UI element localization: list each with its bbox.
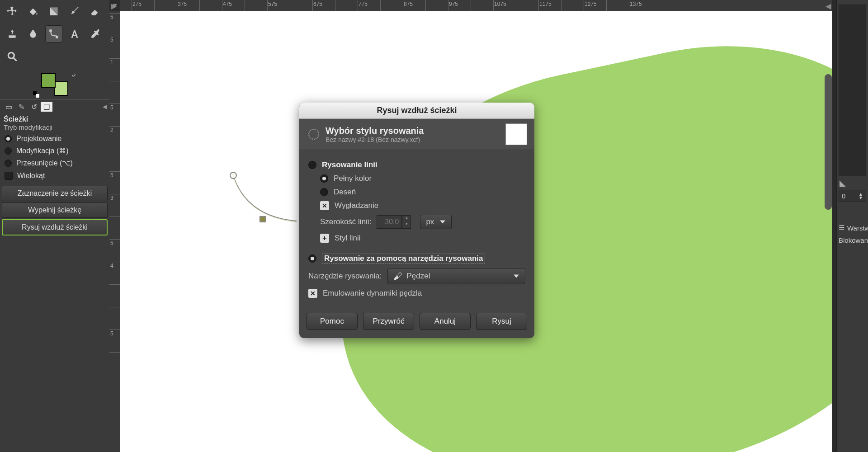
foreground-color[interactable] [41,73,56,88]
line-style-expander[interactable]: + Styl linii [320,231,525,245]
option-dynamics[interactable]: Emulowanie dynamiki pędzla [308,287,525,300]
radio-icon [308,254,316,263]
line-width-spinner[interactable]: ▲▼ [377,215,411,229]
locking-label: Blokowanie [837,234,868,247]
option-paint-tool[interactable]: Rysowanie za pomocą narzędzia rysowania [308,251,525,266]
options-title: Ścieżki [4,115,106,123]
dialog-titlebar[interactable]: Rysuj wzdłuż ścieżki [299,103,534,119]
background-color[interactable] [54,81,68,96]
svg-rect-0 [49,29,52,32]
stroke-path-dialog: Rysuj wzdłuż ścieżki Wybór stylu rysowan… [299,103,534,338]
stepper-icon[interactable]: ▲▼ [859,193,863,200]
reset-button[interactable]: Przywróć [363,313,414,330]
bucket-tool-icon[interactable] [24,3,42,20]
svg-point-2 [8,52,14,58]
line-width-label: Szerokość linii: [320,217,371,226]
dialog-header-subtitle: Bez nazwy #2-18 (Bez nazwy.xcf) [326,136,424,143]
tab-undo[interactable]: ↺ [28,102,40,112]
polygon-label: Wielokąt [17,172,45,180]
option-line[interactable]: Rysowanie linii [308,158,525,172]
tool-options-panel: Ścieżki Tryb modyfikacji Projektowanie M… [0,113,109,184]
line-style-label: Styl linii [335,234,361,243]
line-width-row: Szerokość linii: ▲▼ px [320,212,525,231]
chevron-down-icon [439,219,446,225]
option-pattern[interactable]: Deseń [320,185,525,199]
checkbox-icon [5,172,13,180]
option-solid-label: Pełny kolor [334,174,372,183]
unit-label: px [426,217,434,226]
right-panel-menu-icon[interactable]: ◣ [840,178,865,188]
option-paint-tool-label: Rysowanie za pomocą narzędzia rysowania [322,254,485,264]
eraser-tool-icon[interactable] [87,3,104,20]
radio-icon [5,160,12,167]
clone-tool-icon[interactable] [4,25,21,42]
layers-icon: ☰ [839,224,844,232]
draw-button[interactable]: Rysuj [476,313,527,330]
eyedropper-tool-icon[interactable] [87,25,104,42]
dialog-header-title: Wybór stylu rysowania [326,126,424,136]
dialog-footer: Pomoc Przywróć Anuluj Rysuj [299,305,534,338]
mode-move-label: Przesunięcie (⌥) [16,159,73,167]
layers-tab[interactable]: ☰ Warstw [837,222,868,234]
default-colors-icon[interactable] [33,91,39,98]
vertical-scrollbar[interactable] [825,74,832,210]
path-node-end[interactable] [259,216,266,222]
path-node-start[interactable] [230,172,237,179]
dialog-header-icon [307,127,321,141]
radio-icon [320,188,328,196]
right-preview [839,5,866,176]
tab-device[interactable]: ✎ [15,102,27,112]
move-tool-icon[interactable] [4,3,21,20]
checkbox-icon [320,201,329,210]
unit-select[interactable]: px [420,215,452,229]
smudge-tool-icon[interactable] [24,25,42,42]
brush-icon: 🖌 [393,271,402,282]
radio-icon [5,147,12,155]
color-swatches[interactable]: ⤾ [41,73,68,96]
checkbox-icon [308,289,317,298]
mode-modify[interactable]: Modyfikacja (⌘) [4,145,106,157]
option-dynamics-label: Emulowanie dynamiki pędzla [323,289,422,298]
paths-tool-icon[interactable] [45,25,62,42]
tab-images[interactable]: ❏ [41,102,52,112]
mode-modify-label: Modyfikacja (⌘) [16,146,69,155]
mode-design-label: Projektowanie [16,135,62,143]
vertical-ruler[interactable]: ▼ 5515253545 [109,11,120,452]
radio-icon [5,135,12,142]
swap-colors-icon[interactable]: ⤾ [71,71,76,79]
cancel-button[interactable]: Anuluj [420,313,471,330]
mode-move[interactable]: Przesunięcie (⌥) [4,157,106,169]
option-antialias-label: Wygładzanie [335,201,378,210]
expand-icon: + [320,234,329,243]
stroke-path-button[interactable]: Rysuj wzdłuż ścieżki [2,219,108,235]
tool-panel: ⤾ ▭ ✎ ↺ ❏ ◀ Ścieżki Tryb modyfikacji Pro… [0,0,109,452]
option-line-label: Rysowanie linii [322,160,377,170]
spinner-arrows[interactable]: ▲▼ [402,215,411,229]
option-antialias[interactable]: Wygładzanie [320,199,525,212]
options-tabs: ▭ ✎ ↺ ❏ ◀ [0,99,109,113]
text-tool-icon[interactable] [66,25,83,42]
options-subtitle: Tryb modyfikacji [4,123,106,131]
ruler-end-icon[interactable]: ◀ [826,2,831,10]
right-dock: ◣ 0 ▲▼ ☰ Warstw Blokowanie [836,0,868,452]
selection-from-path-button[interactable]: Zaznaczenie ze ścieżki [2,186,108,201]
line-width-input[interactable] [377,215,402,229]
mode-design[interactable]: Projektowanie [4,133,106,145]
tab-tool-options[interactable]: ▭ [3,102,14,112]
brush-tool-icon[interactable] [66,3,83,20]
option-pattern-label: Deseń [334,188,356,197]
gradient-tool-icon[interactable] [45,3,62,20]
paint-tool-label: Narzędzie rysowania: [308,272,382,281]
layers-label: Warstw [847,224,868,232]
ruler-top-icon[interactable]: ▼ [111,2,118,10]
polygon-check[interactable]: Wielokąt [4,169,106,183]
right-value-field[interactable]: 0 ▲▼ [839,190,866,202]
radio-icon [308,161,316,169]
horizontal-ruler[interactable]: ▶ ◀ 275375475575675775875975107511751275… [120,0,832,11]
paint-tool-select[interactable]: 🖌 Pędzel [387,268,525,284]
zoom-tool-icon[interactable] [4,48,21,65]
option-solid-color[interactable]: Pełny kolor [320,172,525,185]
options-menu-icon[interactable]: ◀ [103,104,107,110]
help-button[interactable]: Pomoc [307,313,358,330]
fill-path-button[interactable]: Wypełnij ścieżkę [2,202,108,218]
